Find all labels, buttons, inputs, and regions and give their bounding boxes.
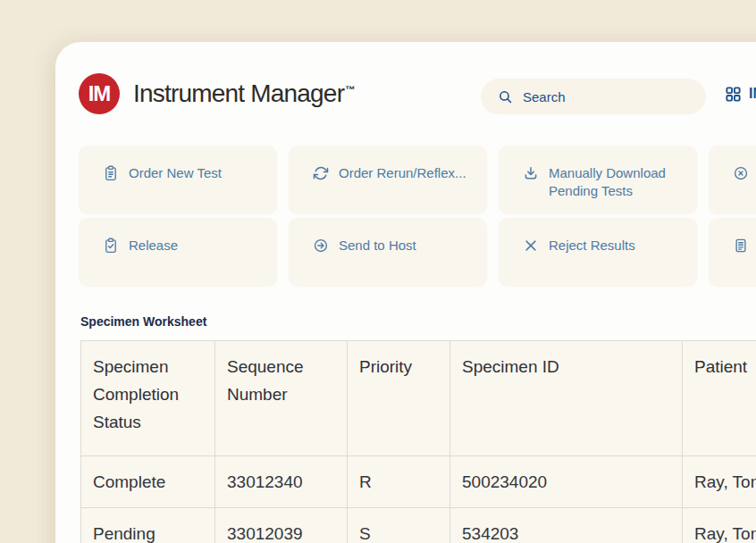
action-button-label: Order Rerun/Reflex... bbox=[339, 164, 466, 182]
release-button[interactable]: Release bbox=[79, 218, 277, 286]
app-title: Instrument Manager™ bbox=[133, 79, 354, 108]
action-button-label: Send to Host bbox=[339, 237, 416, 255]
column-header-specimen-completion-status: Specimen Completion Status bbox=[81, 341, 215, 456]
trademark-symbol: ™ bbox=[345, 84, 354, 95]
clipboard-check-icon bbox=[103, 238, 119, 254]
search-input[interactable] bbox=[521, 88, 676, 105]
action-button-label: Release bbox=[129, 237, 178, 255]
cell-priority: R bbox=[348, 456, 450, 508]
app-logo: IM bbox=[79, 73, 120, 114]
arrow-right-circle-icon bbox=[313, 238, 329, 254]
cell-sequence-number: 33012340 bbox=[215, 456, 348, 508]
search-bar[interactable] bbox=[481, 79, 706, 114]
cell-specimen-id: 534203 bbox=[450, 508, 683, 543]
table-header-row: Specimen Completion Status Sequence Numb… bbox=[81, 341, 756, 456]
cell-priority: S bbox=[348, 508, 450, 543]
table-row[interactable]: Complete 33012340 R 500234020 Ray, Tom bbox=[81, 456, 756, 508]
action-button-label: Manually Download Pending Tests bbox=[549, 164, 688, 200]
column-header-priority: Priority bbox=[348, 341, 450, 456]
action-button-label: Order New Test bbox=[129, 164, 222, 182]
rerun-icon bbox=[313, 165, 329, 181]
cell-completion-status: Complete bbox=[81, 456, 215, 508]
search-icon bbox=[498, 89, 513, 104]
column-header-sequence-number: Sequence Number bbox=[215, 341, 348, 456]
cancel-circle-button[interactable]: C bbox=[709, 146, 756, 213]
clipboard-icon bbox=[103, 165, 119, 181]
reject-results-button[interactable]: Reject Results bbox=[499, 218, 697, 286]
order-new-test-button[interactable]: Order New Test bbox=[79, 146, 277, 213]
cell-completion-status: Pending bbox=[81, 508, 215, 543]
column-header-specimen-id: Specimen ID bbox=[450, 341, 683, 456]
action-button-grid: Order New Test Order Rerun/Reflex... Man… bbox=[79, 146, 756, 286]
document-icon bbox=[733, 238, 749, 254]
cell-specimen-id: 500234020 bbox=[450, 456, 683, 508]
app-header: IM Instrument Manager™ bbox=[79, 73, 354, 114]
app-window: IM Instrument Manager™ IM bbox=[55, 42, 756, 543]
page-background: IM Instrument Manager™ IM bbox=[0, 0, 756, 543]
nav-item-label[interactable]: IM bbox=[749, 86, 756, 102]
cancel-circle-icon bbox=[733, 165, 749, 181]
document-action-button[interactable]: A R bbox=[709, 218, 756, 286]
send-to-host-button[interactable]: Send to Host bbox=[289, 218, 487, 286]
app-logo-text: IM bbox=[88, 81, 111, 106]
table-row[interactable]: Pending 33012039 S 534203 Ray, Tom bbox=[81, 508, 756, 543]
action-button-label: Reject Results bbox=[549, 237, 635, 255]
specimen-worksheet-table: Specimen Completion Status Sequence Numb… bbox=[80, 340, 756, 543]
column-header-patient: Patient bbox=[683, 341, 756, 456]
apps-grid-icon[interactable] bbox=[725, 86, 742, 103]
cell-sequence-number: 33012039 bbox=[215, 508, 348, 543]
x-icon bbox=[523, 238, 539, 254]
download-icon bbox=[523, 165, 539, 181]
top-nav: IM bbox=[725, 81, 756, 106]
order-rerun-reflex-button[interactable]: Order Rerun/Reflex... bbox=[289, 146, 487, 213]
worksheet-title: Specimen Worksheet bbox=[80, 314, 206, 329]
cell-patient: Ray, Tom bbox=[683, 456, 756, 508]
manually-download-pending-tests-button[interactable]: Manually Download Pending Tests bbox=[499, 146, 697, 213]
cell-patient: Ray, Tom bbox=[683, 508, 756, 543]
